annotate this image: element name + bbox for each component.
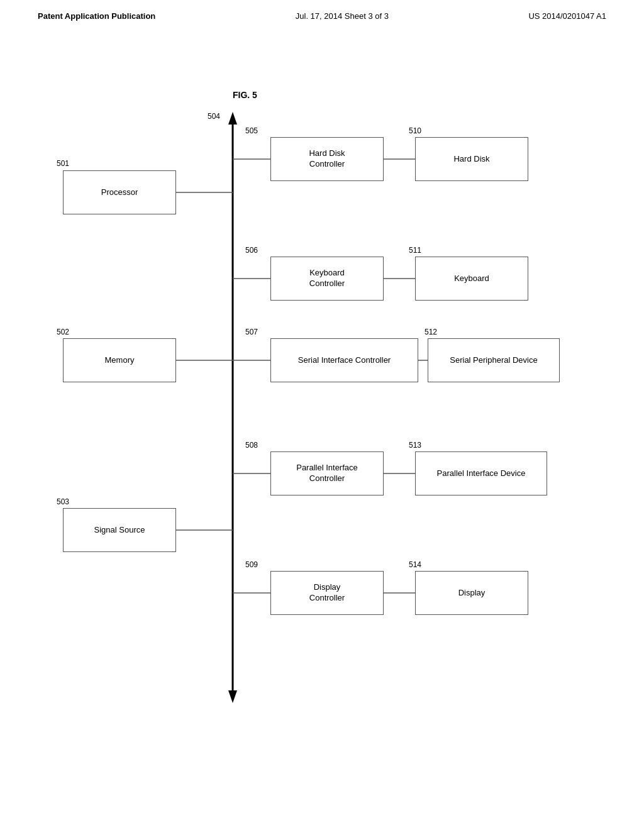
box-keyboard-controller: Keyboard Controller	[270, 257, 384, 301]
box-memory: Memory	[63, 338, 176, 382]
ref-503: 503	[57, 497, 69, 506]
box-parallel-interface-controller: Parallel Interface Controller	[270, 451, 384, 495]
svg-marker-1	[228, 112, 237, 124]
figure-label: FIG. 5	[233, 90, 257, 100]
ref-507: 507	[245, 328, 258, 336]
header-left: Patent Application Publication	[38, 11, 155, 21]
ref-509: 509	[245, 560, 258, 569]
box-keyboard: Keyboard	[415, 257, 528, 301]
header-right: US 2014/0201047 A1	[528, 11, 606, 21]
ref-508: 508	[245, 441, 258, 450]
page-header: Patent Application Publication Jul. 17, …	[0, 0, 644, 21]
box-display-controller: Display Controller	[270, 571, 384, 615]
box-parallel-interface-device: Parallel Interface Device	[415, 451, 547, 495]
ref-511: 511	[409, 246, 421, 255]
header-center: Jul. 17, 2014 Sheet 3 of 3	[296, 11, 389, 21]
ref-506: 506	[245, 246, 258, 255]
ref-512: 512	[425, 328, 437, 336]
ref-510: 510	[409, 126, 421, 135]
ref-501: 501	[57, 159, 69, 168]
ref-513: 513	[409, 441, 421, 450]
ref-502: 502	[57, 328, 69, 336]
box-signal-source: Signal Source	[63, 508, 176, 552]
box-processor: Processor	[63, 170, 176, 214]
ref-504: 504	[208, 112, 220, 121]
box-serial-peripheral-device: Serial Peripheral Device	[428, 338, 560, 382]
box-hard-disk-controller: Hard Disk Controller	[270, 137, 384, 181]
ref-514: 514	[409, 560, 421, 569]
box-serial-interface-controller: Serial Interface Controller	[270, 338, 418, 382]
diagram-area: FIG. 5	[0, 33, 644, 788]
ref-505: 505	[245, 126, 258, 135]
box-hard-disk: Hard Disk	[415, 137, 528, 181]
box-display: Display	[415, 571, 528, 615]
svg-marker-2	[228, 690, 237, 703]
